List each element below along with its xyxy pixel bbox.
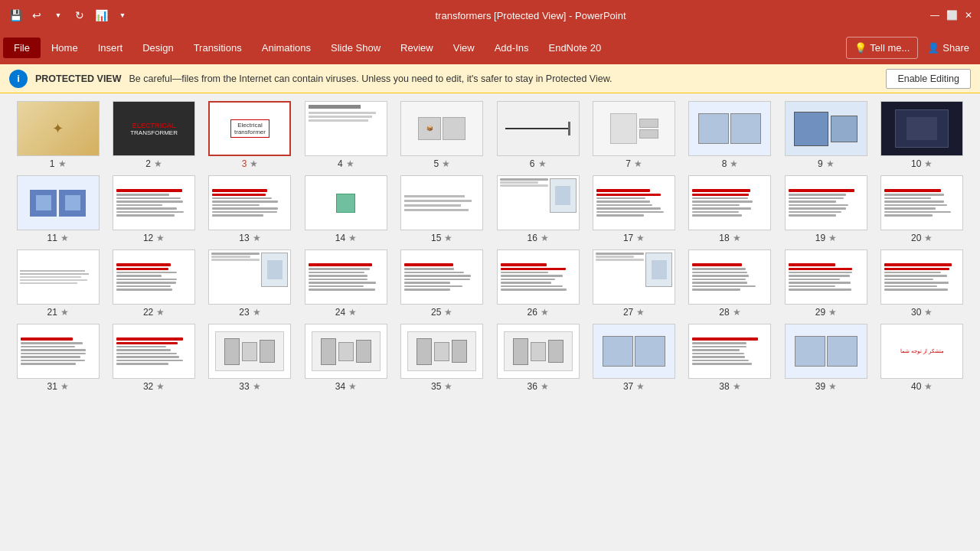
slide-star-icon[interactable]: ★ (442, 158, 450, 169)
slide-item[interactable]: ✦ 1★ (12, 101, 103, 169)
menu-endnote[interactable]: EndNote 20 (539, 37, 610, 58)
slide-star-icon[interactable]: ★ (924, 307, 933, 318)
slide-thumb-33[interactable] (208, 324, 291, 379)
slide-thumb-29[interactable] (785, 249, 867, 305)
slide-item[interactable]: 33★ (204, 324, 296, 392)
slide-star-icon[interactable]: ★ (154, 158, 162, 169)
slide-item[interactable]: 📦 5★ (397, 101, 488, 169)
slide-thumb-35[interactable] (400, 324, 483, 379)
menu-view[interactable]: View (444, 37, 484, 58)
slide-star-icon[interactable]: ★ (348, 307, 357, 318)
slide-item[interactable]: 20★ (877, 175, 968, 243)
slide-thumb-16[interactable] (497, 175, 580, 230)
slide-item[interactable]: 17★ (588, 175, 679, 243)
slide-thumb-3[interactable]: Electricaltransformer (208, 101, 291, 156)
slide-thumb-9[interactable] (785, 101, 867, 156)
slide-star-icon[interactable]: ★ (60, 381, 69, 392)
slide-star-icon[interactable]: ★ (156, 381, 165, 392)
slide-item[interactable]: 39★ (780, 324, 871, 392)
slide-star-icon[interactable]: ★ (156, 307, 165, 318)
slide-star-icon[interactable]: ★ (924, 233, 933, 243)
slide-thumb-7[interactable] (593, 101, 675, 156)
slide-thumb-1[interactable]: ✦ (17, 101, 100, 156)
slide-item[interactable]: 23★ (204, 249, 296, 318)
slide-star-icon[interactable]: ★ (541, 381, 549, 392)
slide-item[interactable]: 25★ (397, 249, 488, 318)
menu-home[interactable]: Home (42, 37, 87, 58)
menu-transitions[interactable]: Transitions (185, 37, 251, 58)
customize-dropdown-icon[interactable]: ▼ (113, 6, 132, 24)
slide-thumb-14[interactable] (305, 175, 387, 230)
slide-star-icon[interactable]: ★ (250, 158, 258, 169)
menu-design[interactable]: Design (133, 37, 182, 58)
slide-thumb-10[interactable] (880, 101, 963, 156)
slide-item[interactable]: 10★ (877, 101, 968, 169)
slide-thumb-15[interactable] (400, 175, 483, 230)
slide-star-icon[interactable]: ★ (348, 381, 357, 392)
slide-star-icon[interactable]: ★ (636, 381, 645, 392)
slide-star-icon[interactable]: ★ (541, 233, 549, 243)
slide-star-icon[interactable]: ★ (828, 381, 837, 392)
slide-item[interactable]: 9★ (780, 101, 871, 169)
slide-star-icon[interactable]: ★ (444, 233, 452, 243)
slide-item[interactable]: 31★ (12, 324, 103, 392)
slide-thumb-6[interactable] (497, 101, 580, 156)
slide-star-icon[interactable]: ★ (346, 158, 354, 169)
slide-thumb-22[interactable] (113, 249, 195, 305)
menu-tellme[interactable]: 💡 Tell me... (846, 37, 918, 59)
menu-insert[interactable]: Insert (89, 37, 132, 58)
slide-thumb-36[interactable] (497, 324, 580, 379)
save-icon[interactable]: 💾 (6, 6, 24, 24)
slide-thumb-40[interactable]: متشکر از توجه شما (880, 324, 963, 379)
undo-dropdown-icon[interactable]: ▼ (49, 6, 67, 24)
menu-share[interactable]: 👤 Share (920, 37, 977, 58)
slide-item[interactable]: 11★ (12, 175, 103, 243)
menu-file[interactable]: File (3, 37, 41, 58)
slide-thumb-4[interactable] (305, 101, 387, 156)
slide-item[interactable]: 16★ (492, 175, 583, 243)
slide-item[interactable]: 19★ (780, 175, 871, 243)
slide-star-icon[interactable]: ★ (538, 158, 547, 169)
slide-item[interactable]: 24★ (300, 249, 391, 318)
slide-item[interactable]: متشکر از توجه شما 40★ (877, 324, 968, 392)
slide-star-icon[interactable]: ★ (634, 158, 642, 169)
slide-star-icon[interactable]: ★ (733, 381, 741, 392)
slide-item[interactable]: 34★ (300, 324, 391, 392)
slide-thumb-37[interactable] (593, 324, 675, 379)
slide-item[interactable]: ELECTRICAL TRANSFORMER 2★ (108, 101, 199, 169)
slide-star-icon[interactable]: ★ (253, 381, 261, 392)
slide-item[interactable]: 35★ (397, 324, 488, 392)
slide-item[interactable]: 36★ (492, 324, 583, 392)
slide-star-icon[interactable]: ★ (60, 233, 69, 243)
slide-star-icon[interactable]: ★ (924, 158, 933, 169)
slide-item[interactable]: 37★ (588, 324, 679, 392)
slide-star-icon[interactable]: ★ (828, 307, 837, 318)
slide-star-icon[interactable]: ★ (828, 233, 837, 243)
slide-thumb-30[interactable] (880, 249, 963, 305)
slide-thumb-20[interactable] (880, 175, 963, 230)
slide-thumb-27[interactable] (593, 249, 675, 305)
slide-thumb-18[interactable] (688, 175, 771, 230)
slide-thumb-11[interactable] (17, 175, 100, 230)
slide-thumb-2[interactable]: ELECTRICAL TRANSFORMER (113, 101, 195, 156)
slide-star-icon[interactable]: ★ (636, 233, 645, 243)
slide-item[interactable]: 15★ (397, 175, 488, 243)
slide-thumb-32[interactable] (113, 324, 195, 379)
slide-item[interactable]: 22★ (108, 249, 199, 318)
slide-star-icon[interactable]: ★ (253, 307, 261, 318)
slide-item[interactable]: 32★ (108, 324, 199, 392)
slide-star-icon[interactable]: ★ (733, 233, 741, 243)
slide-thumb-5[interactable]: 📦 (400, 101, 483, 156)
present-icon[interactable]: 📊 (92, 6, 110, 24)
slide-thumb-34[interactable] (305, 324, 387, 379)
slide-item[interactable]: 18★ (684, 175, 776, 243)
menu-slideshow[interactable]: Slide Show (322, 37, 390, 58)
slide-item[interactable]: 38★ (684, 324, 776, 392)
slide-star-icon[interactable]: ★ (541, 307, 549, 318)
slide-star-icon[interactable]: ★ (348, 233, 357, 243)
slide-star-icon[interactable]: ★ (58, 158, 67, 169)
menu-animations[interactable]: Animations (253, 37, 320, 58)
menu-addins[interactable]: Add-Ins (485, 37, 538, 58)
slide-star-icon[interactable]: ★ (733, 307, 741, 318)
slide-item[interactable]: 12★ (108, 175, 199, 243)
